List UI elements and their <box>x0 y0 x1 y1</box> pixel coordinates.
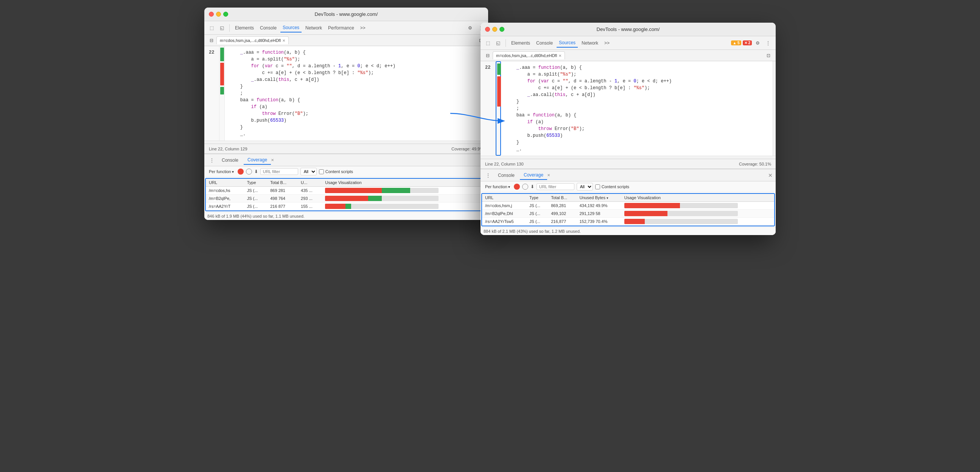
right-file-tab[interactable]: m=cdos,hsm,jsa,...c,dtl0hd,eHDfl ✕ <box>493 51 565 59</box>
right-cell-total-3: 216,877 <box>548 218 576 226</box>
tab-sources[interactable]: Sources <box>280 24 302 33</box>
right-code-editor: 22 <box>480 61 776 156</box>
file-tab-bar: ⊟ m=cdos,hsm,jsa,...c,dtl0hd,eHDfl ✕ ⊡ <box>204 35 488 46</box>
maximize-button[interactable] <box>223 12 228 17</box>
right-panel-more-icon[interactable]: ⋮ <box>484 171 493 179</box>
right-file-tab-close[interactable]: ✕ <box>558 54 562 58</box>
per-function-button[interactable]: Per function <box>207 169 235 174</box>
inspect-icon[interactable]: ⬚ <box>207 24 216 32</box>
cell-url: /m=cdos,hs <box>206 187 244 195</box>
traffic-lights <box>209 12 228 17</box>
right-record-button[interactable] <box>514 184 520 190</box>
table-row[interactable]: /rs=AA2YrT JS (... 216 877 155 ... <box>206 203 487 211</box>
download-icon[interactable] <box>254 169 258 174</box>
right-tab-network[interactable]: Network <box>579 39 600 47</box>
coverage-close[interactable]: ✕ <box>271 158 274 162</box>
more-tabs[interactable]: >> <box>358 24 368 32</box>
table-row[interactable]: /m=cdos,hs JS (... 869 281 435 ... <box>206 187 487 195</box>
left-title-bar: DevTools - www.google.com/ <box>204 8 488 21</box>
right-horizontal-scrollbar[interactable] <box>480 156 776 159</box>
right-used-bar-2 <box>624 211 667 216</box>
maximize-button-right[interactable] <box>500 27 504 32</box>
col-unused: U... <box>298 179 322 187</box>
clear-button[interactable] <box>246 169 252 174</box>
extra-bar <box>368 196 382 201</box>
content-scripts-checkbox[interactable] <box>319 169 324 174</box>
right-panel-close-btn[interactable]: ✕ <box>768 172 773 178</box>
cell-total: 869 281 <box>267 187 298 195</box>
minimize-button-right[interactable] <box>492 27 497 32</box>
col-type: Type <box>244 179 267 187</box>
cell-unused: 435 ... <box>298 187 322 195</box>
right-sidebar-toggle[interactable]: ⊟ <box>484 51 492 60</box>
panel-tab-console[interactable]: Console <box>218 156 242 165</box>
right-table-row-1[interactable]: /m=cdos,hsm,j JS (... 869,281 434,192 49… <box>482 202 774 210</box>
panel-more-icon[interactable]: ⋮ <box>207 156 216 165</box>
right-scrollbar[interactable] <box>773 61 776 156</box>
right-tab-elements[interactable]: Elements <box>509 39 532 47</box>
bottom-panel: ⋮ Console Coverage ✕ ✕ Per function All <box>204 154 488 220</box>
right-device-icon[interactable]: ◱ <box>494 39 503 47</box>
horizontal-scrollbar[interactable] <box>204 141 488 144</box>
table-row[interactable]: /m=B2qlPe, JS (... 498 764 293 ... <box>206 195 487 203</box>
sidebar-toggle[interactable]: ⊟ <box>207 36 216 44</box>
device-icon[interactable]: ◱ <box>218 24 226 32</box>
right-coverage-table-highlight: URL Type Total B... Unused Bytes Usage V… <box>481 193 775 226</box>
right-gear-icon[interactable]: ⚙ <box>753 39 762 47</box>
right-inspect-icon[interactable]: ⬚ <box>484 39 492 47</box>
cell-url: /rs=AA2YrT <box>206 203 244 211</box>
panel-tab-coverage[interactable]: Coverage <box>244 156 271 165</box>
cell-type: JS (... <box>244 187 267 195</box>
error-badge: ✕ 2 <box>743 40 752 45</box>
right-title-bar: DevTools - www.google.com/ <box>480 23 776 36</box>
right-url-filter-input[interactable] <box>536 183 574 190</box>
col-total: Total B... <box>267 179 298 187</box>
content-scripts-label[interactable]: Content scripts <box>319 169 353 174</box>
right-col-usage: Usage Visualization <box>621 194 774 202</box>
right-panel-tab-coverage[interactable]: Coverage <box>520 171 547 180</box>
right-cell-usage-2 <box>621 210 774 218</box>
gear-icon[interactable]: ⚙ <box>466 24 474 32</box>
close-button-right[interactable] <box>485 27 490 32</box>
right-clear-button[interactable] <box>522 184 528 190</box>
right-coverage-table: URL Type Total B... Unused Bytes Usage V… <box>482 194 774 226</box>
right-table-row-2[interactable]: /m=B2qlPe,Dhl JS (... 499,102 291,129 58 <box>482 210 774 218</box>
file-tab[interactable]: m=cdos,hsm,jsa,...c,dtl0hd,eHDfl ✕ <box>216 36 289 44</box>
right-col-total: Total B... <box>548 194 576 202</box>
tab-performance[interactable]: Performance <box>326 24 356 32</box>
right-status-bar: Line 22, Column 130 Coverage: 50.1% <box>480 159 776 169</box>
coverage-table-highlight: URL Type Total B... U... Usage Visualiza… <box>205 178 487 211</box>
tab-elements[interactable]: Elements <box>233 24 256 32</box>
coverage-sidebar <box>220 46 225 141</box>
right-tab-sources[interactable]: Sources <box>557 38 578 48</box>
extra-bar <box>345 204 351 209</box>
code-content: _.aaa = function(a, b) { a = a.split("%s… <box>225 46 485 141</box>
traffic-lights-right <box>485 27 504 32</box>
close-button[interactable] <box>209 12 214 17</box>
right-more-icon[interactable]: ⋮ <box>764 39 773 47</box>
coverage-green-segment2 <box>220 87 224 95</box>
record-button[interactable] <box>238 169 244 174</box>
right-table-row-3[interactable]: /rs=AA2YrTsw5 JS (... 216,877 152,739 70… <box>482 218 774 226</box>
right-per-function-button[interactable]: Per function <box>484 184 512 190</box>
tab-network[interactable]: Network <box>303 24 324 32</box>
right-content-scripts-label[interactable]: Content scripts <box>595 184 629 189</box>
right-tab-console[interactable]: Console <box>534 39 555 47</box>
right-coverage-green <box>497 63 501 75</box>
file-tab-close[interactable]: ✕ <box>282 38 285 43</box>
tab-console[interactable]: Console <box>258 24 279 32</box>
right-cell-total-2: 499,102 <box>548 210 576 218</box>
right-coverage-close[interactable]: ✕ <box>547 173 550 177</box>
right-used-bar-3 <box>624 219 645 224</box>
cell-url: /m=B2qlPe, <box>206 195 244 203</box>
minimize-button[interactable] <box>216 12 221 17</box>
right-collapse-icon[interactable]: ⊡ <box>764 51 773 60</box>
right-download-icon[interactable] <box>530 184 534 189</box>
right-content-scripts-checkbox[interactable] <box>595 184 600 189</box>
right-all-dropdown[interactable]: All <box>577 183 593 190</box>
separator <box>229 24 230 32</box>
right-more-tabs[interactable]: >> <box>602 39 612 47</box>
all-dropdown[interactable]: All <box>301 168 317 175</box>
url-filter-input[interactable] <box>260 168 298 175</box>
right-panel-tab-console[interactable]: Console <box>494 171 519 179</box>
